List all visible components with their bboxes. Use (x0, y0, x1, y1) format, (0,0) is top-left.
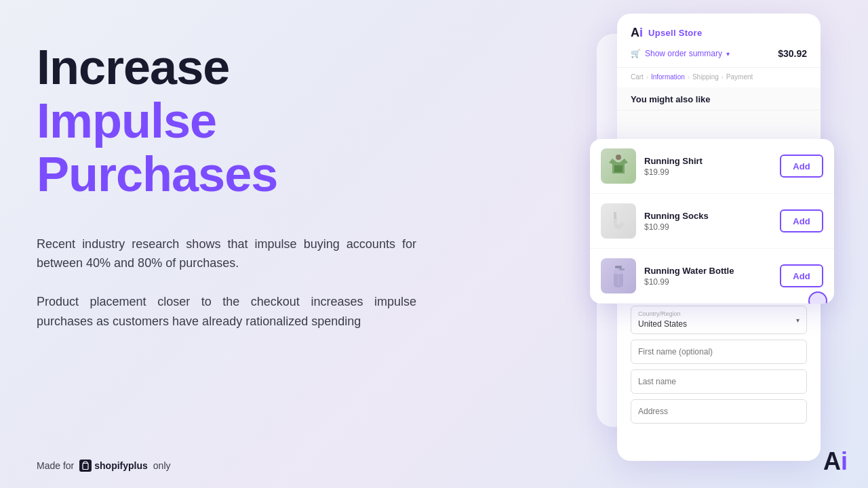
product-image-bottle (601, 258, 636, 293)
headline-line1: Increase (37, 41, 416, 94)
cart-icon: 🛒 (631, 49, 641, 58)
country-chevron-icon: ▾ (796, 317, 800, 324)
chevron-down-icon: ▾ (726, 50, 730, 58)
bottle-icon (606, 263, 631, 289)
product-info-socks: Running Socks $10.99 (644, 211, 772, 232)
ai-badge: Ai (823, 447, 848, 476)
product-info-bottle: Running Water Bottle $10.99 (644, 266, 772, 287)
store-title: Ai Upsell Store (631, 26, 807, 40)
right-section: Ai Upsell Store 🛒 Show order summary ▾ $… (610, 14, 827, 474)
socks-icon (606, 208, 631, 234)
order-summary-row: 🛒 Show order summary ▾ $30.92 (631, 48, 807, 59)
left-section: Increase Impulse Purchases Recent indust… (37, 41, 416, 331)
order-total: $30.92 (778, 48, 807, 59)
breadcrumb: Cart › Information › Shipping › Payment (617, 68, 821, 87)
product-image-socks (601, 203, 636, 239)
footer: Made for shopifyplus only (37, 460, 171, 472)
product-popup: Running Shirt $19.99 Add Running Socks $… (590, 139, 834, 304)
svg-point-2 (616, 155, 621, 160)
product-item-bottle: Running Water Bottle $10.99 Add (590, 249, 834, 304)
add-socks-button[interactable]: Add (780, 209, 823, 232)
address-field[interactable] (631, 399, 807, 424)
product-image-shirt (601, 148, 636, 184)
last-name-field[interactable] (631, 369, 807, 394)
svg-rect-3 (615, 266, 622, 268)
add-bottle-button[interactable]: Add (780, 264, 823, 287)
headline-line2: Impulse Purchases (37, 94, 416, 201)
description: Recent industry research shows that impu… (37, 235, 416, 331)
first-name-field[interactable] (631, 340, 807, 364)
add-shirt-button[interactable]: Add (780, 155, 823, 178)
you-might-like-section: You might also like (617, 87, 821, 110)
product-item-socks: Running Socks $10.99 Add (590, 194, 834, 249)
shirt-icon (606, 153, 631, 179)
product-info-shirt: Running Shirt $19.99 (644, 156, 772, 177)
country-dropdown[interactable]: Country/Region United States ▾ (631, 306, 807, 334)
checkout-header: Ai Upsell Store 🛒 Show order summary ▾ $… (617, 14, 821, 68)
product-item-shirt: Running Shirt $19.99 Add (590, 139, 834, 194)
order-summary-link[interactable]: 🛒 Show order summary ▾ (631, 49, 730, 58)
svg-rect-4 (619, 268, 625, 270)
ai-logo-header: Ai (631, 26, 643, 40)
shopify-logo: shopifyplus (79, 460, 148, 472)
shopify-icon (79, 460, 92, 472)
